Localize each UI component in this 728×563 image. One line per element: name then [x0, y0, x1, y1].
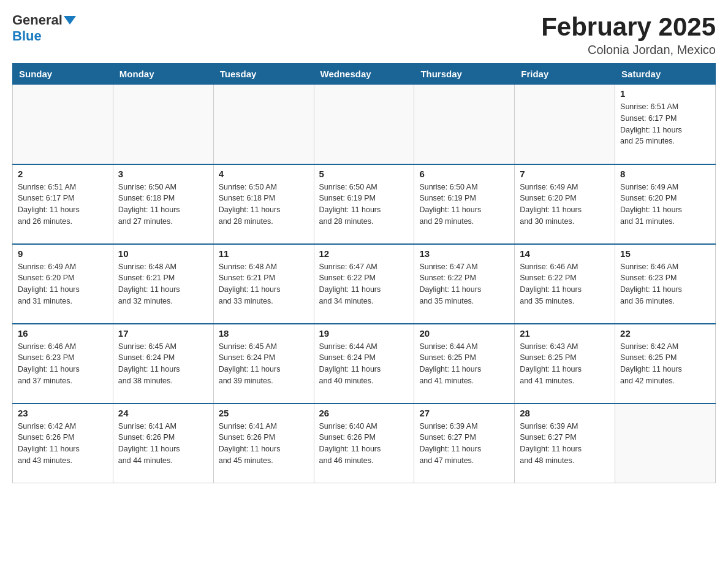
day-number: 15	[620, 248, 710, 259]
day-number: 16	[18, 328, 108, 339]
day-info: Sunrise: 6:50 AM Sunset: 6:18 PM Dayligh…	[219, 182, 309, 228]
day-info: Sunrise: 6:49 AM Sunset: 6:20 PM Dayligh…	[520, 182, 610, 228]
calendar-day-cell: 13Sunrise: 6:47 AM Sunset: 6:22 PM Dayli…	[414, 244, 515, 324]
month-title: February 2025	[541, 12, 716, 42]
calendar-day-cell: 1Sunrise: 6:51 AM Sunset: 6:17 PM Daylig…	[615, 85, 716, 164]
day-info: Sunrise: 6:41 AM Sunset: 6:26 PM Dayligh…	[118, 421, 208, 467]
calendar-day-cell: 21Sunrise: 6:43 AM Sunset: 6:25 PM Dayli…	[515, 324, 615, 404]
calendar-day-cell: 24Sunrise: 6:41 AM Sunset: 6:26 PM Dayli…	[113, 404, 213, 483]
calendar-week-row: 2Sunrise: 6:51 AM Sunset: 6:17 PM Daylig…	[13, 164, 716, 244]
day-info: Sunrise: 6:47 AM Sunset: 6:22 PM Dayligh…	[319, 261, 409, 307]
day-number: 12	[319, 248, 409, 259]
day-info: Sunrise: 6:42 AM Sunset: 6:25 PM Dayligh…	[620, 341, 710, 387]
day-of-week-header: Saturday	[615, 64, 716, 85]
day-info: Sunrise: 6:51 AM Sunset: 6:17 PM Dayligh…	[18, 182, 108, 228]
calendar-header-row: SundayMondayTuesdayWednesdayThursdayFrid…	[13, 64, 716, 85]
calendar-day-cell: 3Sunrise: 6:50 AM Sunset: 6:18 PM Daylig…	[113, 164, 213, 244]
day-number: 21	[520, 328, 610, 339]
day-info: Sunrise: 6:48 AM Sunset: 6:21 PM Dayligh…	[118, 261, 208, 307]
logo-general-text: General	[12, 12, 63, 28]
day-info: Sunrise: 6:42 AM Sunset: 6:26 PM Dayligh…	[18, 421, 108, 467]
day-number: 10	[118, 248, 208, 259]
day-info: Sunrise: 6:44 AM Sunset: 6:24 PM Dayligh…	[319, 341, 409, 387]
day-info: Sunrise: 6:51 AM Sunset: 6:17 PM Dayligh…	[620, 101, 710, 147]
day-number: 6	[419, 169, 509, 179]
calendar-day-cell: 8Sunrise: 6:49 AM Sunset: 6:20 PM Daylig…	[615, 164, 716, 244]
day-number: 8	[620, 169, 710, 179]
day-number: 14	[520, 248, 610, 259]
day-info: Sunrise: 6:50 AM Sunset: 6:19 PM Dayligh…	[319, 182, 409, 228]
calendar-day-cell: 10Sunrise: 6:48 AM Sunset: 6:21 PM Dayli…	[113, 244, 213, 324]
day-number: 18	[219, 328, 309, 339]
calendar-day-cell	[13, 85, 113, 164]
day-info: Sunrise: 6:43 AM Sunset: 6:25 PM Dayligh…	[520, 341, 610, 387]
calendar-day-cell: 9Sunrise: 6:49 AM Sunset: 6:20 PM Daylig…	[13, 244, 113, 324]
day-number: 2	[18, 169, 108, 179]
calendar-day-cell	[515, 85, 615, 164]
calendar-day-cell: 14Sunrise: 6:46 AM Sunset: 6:22 PM Dayli…	[515, 244, 615, 324]
day-number: 13	[419, 248, 509, 259]
day-number: 20	[419, 328, 509, 339]
logo-blue-text: Blue	[12, 28, 42, 44]
calendar-day-cell: 19Sunrise: 6:44 AM Sunset: 6:24 PM Dayli…	[314, 324, 414, 404]
day-info: Sunrise: 6:45 AM Sunset: 6:24 PM Dayligh…	[219, 341, 309, 387]
calendar-week-row: 1Sunrise: 6:51 AM Sunset: 6:17 PM Daylig…	[13, 85, 716, 164]
calendar-day-cell: 5Sunrise: 6:50 AM Sunset: 6:19 PM Daylig…	[314, 164, 414, 244]
title-block: February 2025 Colonia Jordan, Mexico	[541, 12, 716, 57]
day-info: Sunrise: 6:40 AM Sunset: 6:26 PM Dayligh…	[319, 421, 409, 467]
day-number: 1	[620, 88, 710, 99]
day-info: Sunrise: 6:49 AM Sunset: 6:20 PM Dayligh…	[18, 261, 108, 307]
day-number: 27	[419, 408, 509, 418]
calendar-day-cell: 12Sunrise: 6:47 AM Sunset: 6:22 PM Dayli…	[314, 244, 414, 324]
day-number: 24	[118, 408, 208, 418]
day-info: Sunrise: 6:41 AM Sunset: 6:26 PM Dayligh…	[219, 421, 309, 467]
day-info: Sunrise: 6:46 AM Sunset: 6:23 PM Dayligh…	[620, 261, 710, 307]
calendar-day-cell: 27Sunrise: 6:39 AM Sunset: 6:27 PM Dayli…	[414, 404, 515, 483]
day-number: 26	[319, 408, 409, 418]
day-of-week-header: Thursday	[414, 64, 515, 85]
logo-triangle-icon	[64, 16, 76, 25]
calendar-week-row: 16Sunrise: 6:46 AM Sunset: 6:23 PM Dayli…	[13, 324, 716, 404]
calendar-day-cell	[113, 85, 213, 164]
calendar-day-cell	[414, 85, 515, 164]
day-number: 3	[118, 169, 208, 179]
day-number: 28	[520, 408, 610, 418]
day-info: Sunrise: 6:46 AM Sunset: 6:22 PM Dayligh…	[520, 261, 610, 307]
calendar-day-cell: 6Sunrise: 6:50 AM Sunset: 6:19 PM Daylig…	[414, 164, 515, 244]
calendar-day-cell: 7Sunrise: 6:49 AM Sunset: 6:20 PM Daylig…	[515, 164, 615, 244]
day-number: 22	[620, 328, 710, 339]
calendar-table: SundayMondayTuesdayWednesdayThursdayFrid…	[12, 63, 716, 483]
calendar-week-row: 23Sunrise: 6:42 AM Sunset: 6:26 PM Dayli…	[13, 404, 716, 483]
day-of-week-header: Monday	[113, 64, 213, 85]
day-info: Sunrise: 6:39 AM Sunset: 6:27 PM Dayligh…	[520, 421, 610, 467]
calendar-day-cell: 11Sunrise: 6:48 AM Sunset: 6:21 PM Dayli…	[213, 244, 314, 324]
page-header: General Blue February 2025 Colonia Jorda…	[12, 12, 716, 57]
day-info: Sunrise: 6:45 AM Sunset: 6:24 PM Dayligh…	[118, 341, 208, 387]
day-info: Sunrise: 6:46 AM Sunset: 6:23 PM Dayligh…	[18, 341, 108, 387]
day-number: 19	[319, 328, 409, 339]
day-info: Sunrise: 6:48 AM Sunset: 6:21 PM Dayligh…	[219, 261, 309, 307]
logo: General Blue	[12, 12, 76, 44]
calendar-day-cell	[615, 404, 716, 483]
location-text: Colonia Jordan, Mexico	[541, 43, 716, 57]
calendar-day-cell: 28Sunrise: 6:39 AM Sunset: 6:27 PM Dayli…	[515, 404, 615, 483]
calendar-day-cell: 25Sunrise: 6:41 AM Sunset: 6:26 PM Dayli…	[213, 404, 314, 483]
calendar-day-cell	[314, 85, 414, 164]
calendar-day-cell: 23Sunrise: 6:42 AM Sunset: 6:26 PM Dayli…	[13, 404, 113, 483]
calendar-day-cell: 4Sunrise: 6:50 AM Sunset: 6:18 PM Daylig…	[213, 164, 314, 244]
day-info: Sunrise: 6:50 AM Sunset: 6:18 PM Dayligh…	[118, 182, 208, 228]
day-of-week-header: Friday	[515, 64, 615, 85]
day-number: 23	[18, 408, 108, 418]
day-number: 5	[319, 169, 409, 179]
calendar-day-cell	[213, 85, 314, 164]
day-number: 7	[520, 169, 610, 179]
calendar-day-cell: 26Sunrise: 6:40 AM Sunset: 6:26 PM Dayli…	[314, 404, 414, 483]
day-info: Sunrise: 6:47 AM Sunset: 6:22 PM Dayligh…	[419, 261, 509, 307]
calendar-day-cell: 18Sunrise: 6:45 AM Sunset: 6:24 PM Dayli…	[213, 324, 314, 404]
day-of-week-header: Tuesday	[213, 64, 314, 85]
calendar-day-cell: 16Sunrise: 6:46 AM Sunset: 6:23 PM Dayli…	[13, 324, 113, 404]
day-number: 17	[118, 328, 208, 339]
calendar-day-cell: 20Sunrise: 6:44 AM Sunset: 6:25 PM Dayli…	[414, 324, 515, 404]
calendar-day-cell: 17Sunrise: 6:45 AM Sunset: 6:24 PM Dayli…	[113, 324, 213, 404]
day-info: Sunrise: 6:44 AM Sunset: 6:25 PM Dayligh…	[419, 341, 509, 387]
